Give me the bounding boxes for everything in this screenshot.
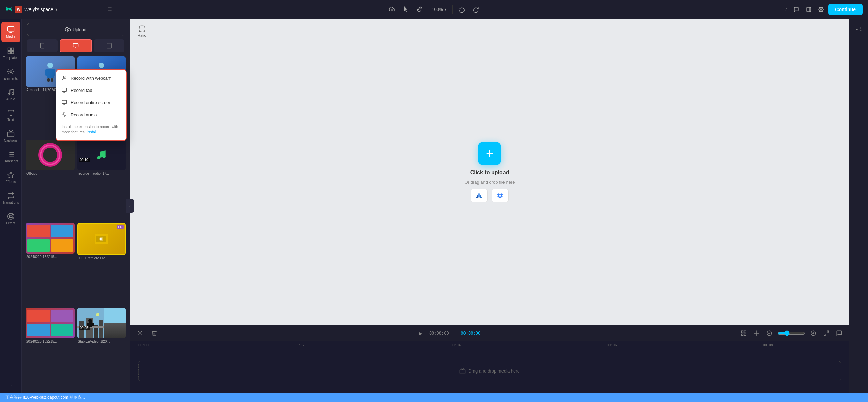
sidebar-item-effects[interactable]: Effects bbox=[1, 168, 20, 187]
sidebar-item-elements[interactable]: Elements bbox=[1, 64, 20, 84]
timeline-chat-button[interactable] bbox=[835, 329, 844, 338]
device-tab-tablet[interactable] bbox=[94, 39, 124, 52]
list-item[interactable]: 00:05 StablizeVideo_1|20... bbox=[77, 308, 126, 388]
ruler-mark-2: 00:02 bbox=[294, 343, 372, 347]
sidebar-item-elements-label: Elements bbox=[4, 77, 18, 80]
record-dropdown: Record with webcam Record tab Record ent… bbox=[56, 69, 127, 141]
undo-button[interactable] bbox=[457, 4, 467, 15]
right-panel-icons bbox=[849, 19, 868, 393]
svg-rect-1 bbox=[807, 7, 811, 12]
sidebar-item-transitions-label: Transitions bbox=[2, 201, 19, 204]
sidebar-item-effects-label: Effects bbox=[5, 180, 16, 184]
list-item[interactable]: OIP.jpg bbox=[26, 140, 75, 220]
dropbox-button[interactable] bbox=[492, 189, 509, 202]
upload-cloud-button[interactable] bbox=[387, 4, 397, 15]
svg-rect-17 bbox=[7, 132, 14, 137]
sidebar-item-media-label: Media bbox=[6, 35, 15, 38]
sidebar-collapse-button[interactable]: ⌄ bbox=[1, 379, 20, 390]
google-drive-button[interactable] bbox=[471, 189, 488, 202]
timeline-grid-button[interactable] bbox=[739, 329, 748, 338]
publish-button[interactable]: Continue bbox=[828, 4, 863, 15]
redo-icon bbox=[473, 6, 479, 13]
install-link[interactable]: Install bbox=[87, 130, 97, 134]
list-item[interactable]: PR 906. Premiere Pro ... bbox=[77, 223, 126, 305]
timeline-ruler: 00:00 00:02 00:04 00:06 00:08 bbox=[130, 341, 849, 349]
ratio-button[interactable]: Ratio bbox=[134, 23, 150, 39]
timeline-right-tools bbox=[739, 329, 844, 338]
ruler-mark-0: 00:00 bbox=[138, 343, 216, 347]
record-webcam-item[interactable]: Record with webcam bbox=[56, 72, 126, 84]
device-tab-desktop[interactable] bbox=[60, 39, 92, 52]
sidebar-item-captions[interactable]: Captions bbox=[1, 126, 20, 146]
upload-button[interactable]: Upload bbox=[27, 23, 124, 36]
comments-button[interactable] bbox=[792, 5, 801, 14]
workspace-badge: W bbox=[15, 6, 22, 13]
cursor-mode-button[interactable] bbox=[401, 4, 411, 15]
hand-mode-button[interactable] bbox=[415, 4, 426, 15]
svg-rect-50 bbox=[51, 78, 53, 82]
svg-rect-35 bbox=[73, 43, 78, 47]
timeline-fit-button[interactable] bbox=[822, 329, 831, 338]
settings-button[interactable] bbox=[816, 5, 826, 14]
device-tab-mobile[interactable] bbox=[27, 39, 58, 52]
list-item[interactable]: 20240220-152215... bbox=[26, 223, 75, 305]
sliders-icon bbox=[856, 26, 862, 32]
delete-button[interactable] bbox=[150, 329, 159, 338]
svg-line-30 bbox=[12, 214, 13, 215]
sidebar-item-templates[interactable]: Templates bbox=[1, 44, 20, 63]
svg-rect-42 bbox=[62, 100, 66, 103]
zoom-control[interactable]: 100% ▾ bbox=[430, 5, 448, 14]
trash-icon bbox=[151, 330, 157, 336]
list-item[interactable]: 20240220-152215... bbox=[26, 308, 75, 388]
help-button[interactable]: ? bbox=[783, 5, 789, 14]
timeline-zoom-in-button[interactable] bbox=[809, 329, 818, 338]
redo-button[interactable] bbox=[471, 4, 481, 15]
svg-rect-5 bbox=[7, 27, 14, 31]
sidebar-item-transitions[interactable]: Transitions bbox=[1, 188, 20, 208]
svg-rect-8 bbox=[8, 48, 10, 50]
workspace-selector[interactable]: W Weiyi's space ▾ bbox=[15, 6, 57, 13]
panel-collapse-button[interactable]: › bbox=[126, 199, 134, 213]
transitions-icon bbox=[7, 192, 15, 199]
record-screen-label: Record entire screen bbox=[71, 100, 112, 105]
svg-line-93 bbox=[824, 334, 826, 335]
play-button[interactable]: ▶ bbox=[417, 329, 424, 337]
record-screen-item[interactable]: Record entire screen bbox=[56, 96, 126, 108]
timeline-drop-zone[interactable]: Drag and drop media here bbox=[138, 361, 841, 381]
list-item[interactable]: 00:10 recorder_audio_17... bbox=[77, 140, 126, 220]
sidebar-item-transcript[interactable]: Transcript bbox=[1, 147, 20, 166]
record-audio-item[interactable]: Record audio bbox=[56, 108, 126, 121]
timeline-zoom-slider[interactable] bbox=[778, 330, 805, 336]
timeline-align-button[interactable] bbox=[752, 329, 761, 338]
zoom-chevron-icon: ▾ bbox=[445, 7, 446, 11]
media-item-label: OIP.jpg bbox=[26, 170, 75, 177]
film-icon bbox=[459, 368, 466, 374]
text-icon bbox=[7, 109, 15, 117]
sidebar-item-text[interactable]: Text bbox=[1, 106, 20, 125]
ruler-mark-3 bbox=[373, 343, 451, 347]
main-layout: Media Templates Elements Audio Text Capt… bbox=[0, 19, 868, 393]
panels-button[interactable] bbox=[804, 5, 813, 14]
ruler-mark-4: 00:04 bbox=[451, 343, 529, 347]
record-tab-item[interactable]: Record tab bbox=[56, 84, 126, 96]
hand-icon bbox=[417, 6, 423, 13]
left-panel: Upload Rec bbox=[22, 19, 130, 393]
sidebar-item-media[interactable]: Media bbox=[1, 22, 20, 42]
upload-label: Upload bbox=[73, 27, 86, 32]
sidebar-item-filters[interactable]: Filters bbox=[1, 209, 20, 228]
device-tabs bbox=[27, 39, 124, 52]
sidebar-item-audio[interactable]: Audio bbox=[1, 85, 20, 104]
upload-text: Click to upload bbox=[470, 169, 509, 176]
upload-sub-text: Or drag and drop file here bbox=[465, 180, 515, 185]
timeline-zoom-out-button[interactable] bbox=[765, 329, 774, 338]
media-item-label: StablizeVideo_1|20... bbox=[77, 338, 126, 345]
tab-icon bbox=[62, 87, 67, 93]
right-panel-properties[interactable] bbox=[853, 23, 865, 35]
svg-point-60 bbox=[103, 155, 105, 158]
timeline-tracks[interactable]: Drag and drop media here bbox=[130, 349, 849, 393]
split-button[interactable] bbox=[136, 329, 144, 338]
upload-circle-button[interactable] bbox=[478, 142, 501, 165]
menu-button[interactable]: ☰ bbox=[106, 5, 114, 14]
sidebar-item-filters-label: Filters bbox=[6, 221, 15, 225]
mobile-icon bbox=[39, 43, 45, 49]
